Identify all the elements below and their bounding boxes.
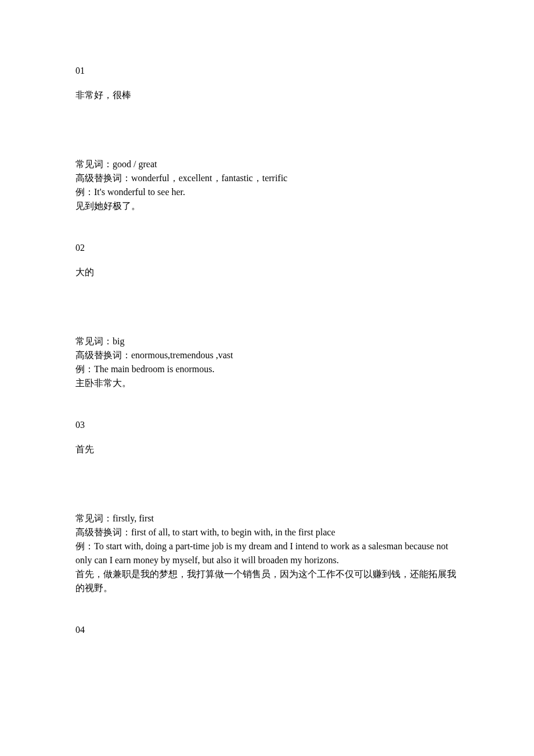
section-number: 03 xyxy=(75,418,459,432)
entry-02: 02 大的 常见词：big 高级替换词：enormous,tremendous … xyxy=(75,241,459,390)
advanced-words: enormous,tremendous ,vast xyxy=(131,350,233,360)
section-number-next: 04 xyxy=(75,623,459,637)
common-label: 常见词： xyxy=(75,159,113,169)
advanced-label: 高级替换词： xyxy=(75,350,131,360)
example-label: 例： xyxy=(75,541,94,551)
advanced-label: 高级替换词： xyxy=(75,527,131,537)
example-en-line: 例：The main bedroom is enormous. xyxy=(75,362,459,376)
example-en-line: 例：To start with, doing a part-time job i… xyxy=(75,539,459,567)
common-words-line: 常见词：good / great xyxy=(75,157,459,171)
advanced-words-line: 高级替换词：wonderful，excellent，fantastic，terr… xyxy=(75,171,459,185)
common-words: firstly, first xyxy=(113,513,154,523)
example-en: To start with, doing a part-time job is … xyxy=(75,541,448,565)
entry-01: 01 非常好，很棒 常见词：good / great 高级替换词：wonderf… xyxy=(75,64,459,213)
common-words: big xyxy=(113,336,124,346)
advanced-words-line: 高级替换词：enormous,tremendous ,vast xyxy=(75,348,459,362)
advanced-words: wonderful，excellent，fantastic，terrific xyxy=(131,173,287,183)
common-words-line: 常见词：big xyxy=(75,334,459,348)
advanced-words-line: 高级替换词：first of all, to start with, to be… xyxy=(75,525,459,539)
section-number: 01 xyxy=(75,64,459,78)
example-cn-line: 见到她好极了。 xyxy=(75,199,459,213)
content-block: 常见词：good / great 高级替换词：wonderful，excelle… xyxy=(75,157,459,213)
example-label: 例： xyxy=(75,187,94,197)
section-title: 首先 xyxy=(75,442,459,456)
common-label: 常见词： xyxy=(75,336,113,346)
example-cn-line: 首先，做兼职是我的梦想，我打算做一个销售员，因为这个工作不仅可以赚到钱，还能拓展… xyxy=(75,567,459,595)
section-title: 非常好，很棒 xyxy=(75,88,459,102)
common-words-line: 常见词：firstly, first xyxy=(75,512,459,525)
advanced-words: first of all, to start with, to begin wi… xyxy=(131,527,335,537)
example-en-line: 例：It's wonderful to see her. xyxy=(75,185,459,199)
entry-03: 03 首先 常见词：firstly, first 高级替换词：first of … xyxy=(75,418,459,595)
common-label: 常见词： xyxy=(75,513,113,523)
example-cn-line: 主卧非常大。 xyxy=(75,376,459,390)
example-label: 例： xyxy=(75,364,94,374)
advanced-label: 高级替换词： xyxy=(75,173,131,183)
content-block: 常见词：firstly, first 高级替换词：first of all, t… xyxy=(75,512,459,595)
example-en: It's wonderful to see her. xyxy=(94,187,185,197)
content-block: 常见词：big 高级替换词：enormous,tremendous ,vast … xyxy=(75,334,459,390)
common-words: good / great xyxy=(113,159,157,169)
section-title: 大的 xyxy=(75,265,459,279)
section-number: 02 xyxy=(75,241,459,255)
example-en: The main bedroom is enormous. xyxy=(94,364,215,374)
